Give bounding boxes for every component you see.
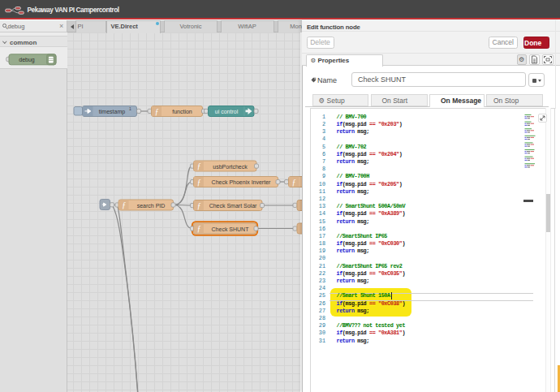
svg-text:ƒ: ƒ xyxy=(197,162,201,170)
svg-text:usbPortcheck: usbPortcheck xyxy=(213,164,248,170)
svg-text:debug: debug xyxy=(19,57,35,63)
svg-text:function: function xyxy=(172,109,192,114)
svg-text:ƒ: ƒ xyxy=(197,225,201,233)
svg-text:ƒ: ƒ xyxy=(197,202,201,210)
svg-text:Check SHUNT: Check SHUNT xyxy=(212,226,250,232)
svg-text:ƒ: ƒ xyxy=(292,179,296,187)
svg-text:ƒ: ƒ xyxy=(197,179,201,187)
svg-text:1: 1 xyxy=(129,106,131,111)
svg-text:ui control: ui control xyxy=(215,109,239,114)
svg-text:Check Phoenix Inverter: Check Phoenix Inverter xyxy=(212,179,271,185)
svg-text:timestamp: timestamp xyxy=(99,109,125,115)
svg-text:Check Smart Solar: Check Smart Solar xyxy=(209,203,257,209)
svg-text:ƒ: ƒ xyxy=(122,201,126,209)
svg-text:search PID: search PID xyxy=(137,203,166,209)
svg-text:ƒ: ƒ xyxy=(155,108,159,116)
